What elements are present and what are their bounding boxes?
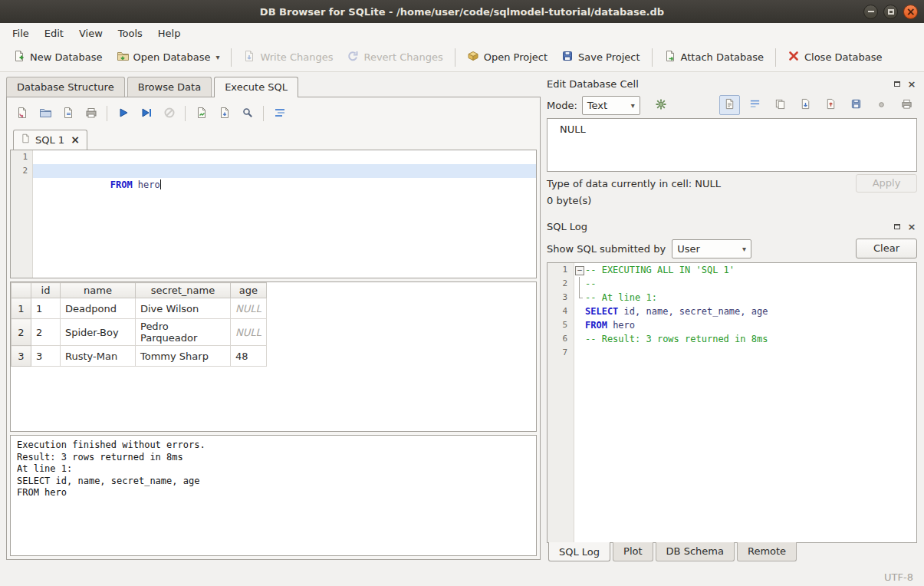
sql-file-icon <box>21 133 31 146</box>
print-sql-button[interactable] <box>81 104 101 123</box>
open-project-button[interactable]: Open Project <box>460 46 554 68</box>
fold-marker-icon[interactable] <box>574 263 585 277</box>
execute-all-button[interactable] <box>113 104 133 123</box>
close-button[interactable]: × <box>903 5 918 19</box>
tab-browse-data[interactable]: Browse Data <box>127 77 212 97</box>
text-view-button[interactable] <box>719 95 740 115</box>
encoding-indicator: UTF-8 <box>884 571 913 583</box>
export-csv-button[interactable] <box>191 104 212 123</box>
column-header-secret-name[interactable]: secret_name <box>136 283 231 298</box>
sql-editor-line-current: 2FROM hero <box>33 164 536 178</box>
open-sql-folder-button[interactable] <box>35 104 55 123</box>
attach-database-button[interactable]: Attach Database <box>657 46 771 68</box>
copy-cell-button[interactable] <box>770 95 791 115</box>
save-results-icon <box>219 107 231 121</box>
menu-help[interactable]: Help <box>150 25 189 41</box>
column-header-age[interactable]: age <box>231 283 267 298</box>
right-pane: Edit Database Cell × Mode: Text ▾ <box>541 72 924 568</box>
import-cell-button[interactable] <box>795 95 816 115</box>
log-line: 3-- At line 1: <box>574 291 916 305</box>
stop-icon <box>163 107 176 121</box>
log-line: 7 <box>574 346 916 360</box>
close-tab-icon[interactable]: × <box>71 134 80 145</box>
log-line: 2-- <box>574 277 916 291</box>
float-panel-button[interactable] <box>892 79 903 89</box>
save-results-button[interactable] <box>214 104 235 123</box>
set-null-button[interactable] <box>871 95 892 115</box>
results-corner <box>12 283 31 298</box>
close-database-button[interactable]: Close Database <box>781 46 889 68</box>
open-database-dropdown-icon[interactable]: ▾ <box>215 53 219 61</box>
sql-tabbar: SQL 1 × <box>10 127 537 150</box>
tab-db-schema[interactable]: DB Schema <box>656 542 735 561</box>
execute-line-button[interactable] <box>136 104 156 123</box>
sql-log-view: 1-- EXECUTING ALL IN 'SQL 1' 2-- 3-- At … <box>547 262 917 543</box>
open-project-icon <box>467 50 479 64</box>
format-sql-button[interactable] <box>269 104 290 123</box>
minimize-icon <box>868 11 874 12</box>
toolbar-separator <box>185 106 186 121</box>
close-panel-button[interactable]: × <box>906 222 917 232</box>
revert-changes-icon <box>347 50 359 64</box>
set-null-icon <box>876 98 887 112</box>
export-cell-button[interactable] <box>820 95 841 115</box>
save-sql-file-icon <box>62 107 74 121</box>
column-header-id[interactable]: id <box>31 283 61 298</box>
print-icon <box>85 107 97 121</box>
edit-cell-toolbar: Mode: Text ▾ <box>547 92 917 118</box>
text-cursor <box>160 179 161 189</box>
sql-editor[interactable]: 1SELECT id, name, secret_name, age 2FROM… <box>10 150 537 278</box>
sql-editor-line: 1SELECT id, name, secret_name, age <box>33 150 536 164</box>
menu-view[interactable]: View <box>71 25 110 41</box>
close-icon: × <box>908 222 916 232</box>
cell-editor[interactable]: NULL <box>547 118 917 172</box>
find-replace-button[interactable] <box>237 104 258 123</box>
close-icon: × <box>908 79 916 89</box>
menu-edit[interactable]: Edit <box>37 25 71 41</box>
save-cell-button[interactable] <box>846 95 866 115</box>
menubar: File Edit View Tools Help <box>0 23 924 43</box>
close-panel-button[interactable]: × <box>906 79 917 89</box>
menu-file[interactable]: File <box>5 25 37 41</box>
cell-value: NULL <box>560 123 586 135</box>
tab-sql-log[interactable]: SQL Log <box>548 542 610 561</box>
column-header-name[interactable]: name <box>61 283 136 298</box>
sql-log-header: SQL Log × <box>547 218 917 235</box>
mode-select[interactable]: Text ▾ <box>582 96 640 115</box>
execute-all-icon <box>117 107 130 121</box>
save-sql-file-button[interactable] <box>58 104 78 123</box>
log-line: 1-- EXECUTING ALL IN 'SQL 1' <box>574 263 916 277</box>
sql-tab[interactable]: SQL 1 × <box>13 130 87 150</box>
float-panel-button[interactable] <box>892 222 903 232</box>
log-line: 5FROM hero <box>574 318 916 332</box>
minimize-button[interactable] <box>863 5 878 19</box>
cell-size-info: 0 byte(s) <box>547 195 917 210</box>
table-row[interactable]: 2 2 Spider-Boy Pedro Parqueador NULL <box>12 319 267 346</box>
apply-button: Apply <box>856 174 917 193</box>
open-database-button[interactable]: Open Database ▾ <box>110 46 227 68</box>
sql-toolbar <box>10 100 537 127</box>
table-row[interactable]: 3 3 Rusty-Man Tommy Sharp 48 <box>12 346 267 367</box>
table-row[interactable]: 1 1 Deadpond Dive Wilson NULL <box>12 298 267 319</box>
tab-database-structure[interactable]: Database Structure <box>6 77 125 97</box>
menu-tools[interactable]: Tools <box>110 25 150 41</box>
open-sql-file-button[interactable] <box>12 104 32 123</box>
new-database-button[interactable]: New Database <box>6 46 110 68</box>
maximize-button[interactable] <box>883 5 898 19</box>
gear-icon <box>655 98 667 113</box>
submitter-select[interactable]: User ▾ <box>672 239 751 258</box>
save-project-button[interactable]: Save Project <box>554 46 647 68</box>
fold-line-icon <box>574 277 585 291</box>
word-wrap-button[interactable] <box>745 95 765 115</box>
clear-log-button[interactable]: Clear <box>856 239 917 258</box>
app-window: DB Browser for SQLite - /home/user/code/… <box>0 0 924 586</box>
open-sql-file-icon <box>16 107 28 121</box>
attach-database-icon <box>664 50 676 64</box>
tab-plot[interactable]: Plot <box>613 542 653 561</box>
tab-execute-sql[interactable]: Execute SQL <box>214 77 298 97</box>
tab-remote[interactable]: Remote <box>737 542 797 561</box>
auto-mode-button[interactable] <box>651 95 672 115</box>
window-title: DB Browser for SQLite - /home/user/code/… <box>0 6 924 18</box>
save-as-icon <box>850 98 862 112</box>
print-cell-button[interactable] <box>896 95 917 115</box>
